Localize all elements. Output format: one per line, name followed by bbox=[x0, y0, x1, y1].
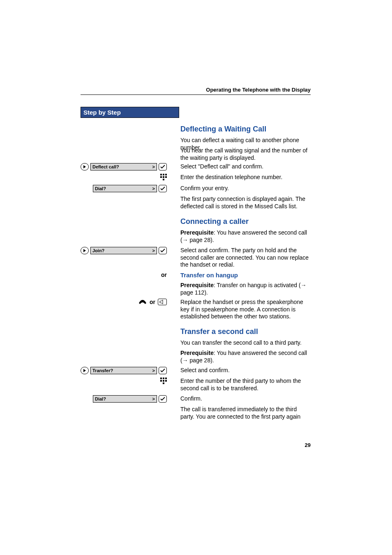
svg-rect-5 bbox=[165, 176, 167, 178]
text: Select and confirm. bbox=[180, 367, 312, 374]
text: Confirm. bbox=[180, 395, 312, 403]
text: Enter the destination telephone number. bbox=[180, 174, 312, 181]
display-deflect-call: Deflect call? > bbox=[90, 163, 157, 170]
display-dial1: Dial? > bbox=[93, 185, 157, 192]
step-deflect-call: Deflect call? > bbox=[81, 163, 167, 170]
gt-icon: > bbox=[152, 396, 155, 401]
header-section-title: Operating the Telephone with the Display bbox=[206, 87, 311, 93]
gt-icon: > bbox=[152, 248, 155, 253]
text: Confirm your entry. bbox=[180, 185, 312, 192]
transfer2-p5: The call is transferred immediately to t… bbox=[180, 406, 312, 425]
display-text: Deflect call? bbox=[92, 164, 119, 169]
svg-rect-9 bbox=[165, 378, 167, 379]
text: You can transfer the second call to a th… bbox=[180, 339, 312, 347]
transfer2-title: Transfer a second call bbox=[180, 327, 312, 336]
text: Replace the handset or press the speaker… bbox=[180, 299, 312, 320]
display-text: Transfer? bbox=[92, 368, 113, 373]
speaker-button-icon bbox=[158, 299, 167, 305]
display-transfer: Transfer? > bbox=[90, 367, 157, 374]
deflecting-p4: Enter the destination telephone number. bbox=[180, 174, 312, 186]
confirm-button-icon bbox=[159, 247, 167, 254]
svg-rect-0 bbox=[160, 174, 162, 175]
connecting-prereq: Prerequisite: You have answered the seco… bbox=[180, 229, 312, 249]
display-join: Join? > bbox=[90, 247, 157, 254]
svg-rect-6 bbox=[163, 179, 164, 180]
transfer-hangup-title: Transfer on hangup bbox=[180, 272, 312, 279]
connecting-p1: Select and confirm. The party on hold an… bbox=[180, 247, 312, 274]
arrow-icon: → bbox=[301, 282, 307, 288]
svg-rect-3 bbox=[160, 176, 162, 178]
transfer2-prereq: Prerequisite: You have answered the seco… bbox=[180, 350, 312, 369]
arrow-icon: → bbox=[182, 357, 188, 364]
nav-right-icon bbox=[81, 367, 89, 374]
svg-rect-11 bbox=[163, 380, 164, 382]
confirm-button-icon bbox=[159, 367, 167, 374]
gt-icon: > bbox=[152, 186, 155, 191]
keypad-row bbox=[81, 174, 167, 182]
svg-rect-7 bbox=[160, 378, 162, 379]
confirm-button-icon bbox=[159, 163, 167, 170]
text: Enter the number of the third party to w… bbox=[180, 378, 312, 392]
display-text: Dial? bbox=[95, 186, 106, 191]
step-dial1: Dial? > bbox=[81, 185, 167, 192]
deflecting-p6: The first party connection is displayed … bbox=[180, 196, 312, 215]
connecting-p2: Replace the handset or press the speaker… bbox=[180, 299, 312, 325]
transfer2-p3: Enter the number of the third party to w… bbox=[180, 378, 312, 397]
or-label-1: or bbox=[81, 272, 167, 278]
h4-title: Transfer on hangup bbox=[180, 272, 312, 279]
step-dial2: Dial? > bbox=[81, 395, 167, 403]
text: Select and confirm. The party on hold an… bbox=[180, 247, 312, 269]
or-label-2: or bbox=[150, 299, 155, 305]
svg-rect-10 bbox=[160, 380, 162, 382]
display-text: Dial? bbox=[95, 396, 106, 401]
handset-icon bbox=[138, 299, 147, 305]
text: The first party connection is displayed … bbox=[180, 196, 312, 210]
text: Select "Deflect call" and confirm. bbox=[180, 163, 312, 170]
page-ref[interactable]: page 28). bbox=[188, 237, 214, 243]
gt-icon: > bbox=[152, 164, 155, 169]
keypad-row-2 bbox=[81, 378, 167, 386]
nav-right-icon bbox=[81, 163, 89, 170]
display-dial2: Dial? > bbox=[93, 395, 157, 403]
svg-rect-8 bbox=[163, 378, 164, 379]
confirm-button-icon bbox=[159, 185, 167, 192]
connecting-prereq2: Prerequisite: Transfer on hangup is acti… bbox=[180, 282, 312, 301]
nav-right-icon bbox=[81, 247, 89, 254]
text: The call is transferred immediately to t… bbox=[180, 406, 312, 420]
prereq-label: Prerequisite bbox=[180, 350, 214, 356]
text: You hear the call waiting signal and the… bbox=[180, 147, 312, 161]
step-transfer: Transfer? > bbox=[81, 367, 167, 374]
page-number: 29 bbox=[305, 442, 311, 448]
svg-rect-4 bbox=[163, 176, 164, 178]
keypad-icon bbox=[160, 174, 167, 180]
page-ref[interactable]: page 112). bbox=[180, 289, 208, 296]
sidebar-header: Step by Step bbox=[81, 107, 179, 118]
prereq-label: Prerequisite bbox=[180, 229, 214, 236]
page-ref[interactable]: page 28). bbox=[188, 357, 214, 364]
keypad-icon bbox=[160, 378, 167, 384]
display-text: Join? bbox=[92, 248, 104, 253]
text: : Transfer on hangup is activated ( bbox=[214, 282, 301, 288]
connecting-title: Connecting a caller bbox=[180, 217, 312, 226]
confirm-button-icon bbox=[159, 395, 167, 403]
deflecting-title: Deflecting a Waiting Call bbox=[180, 124, 312, 134]
svg-rect-13 bbox=[163, 382, 164, 384]
gt-icon: > bbox=[152, 368, 155, 373]
step-join: Join? > bbox=[81, 247, 167, 254]
handset-or-speaker-row: or bbox=[81, 299, 167, 305]
svg-rect-12 bbox=[165, 380, 167, 382]
prereq-label: Prerequisite bbox=[180, 282, 214, 288]
header-rule bbox=[81, 94, 311, 95]
svg-rect-1 bbox=[163, 174, 164, 175]
svg-rect-2 bbox=[165, 174, 167, 175]
arrow-icon: → bbox=[182, 237, 188, 243]
